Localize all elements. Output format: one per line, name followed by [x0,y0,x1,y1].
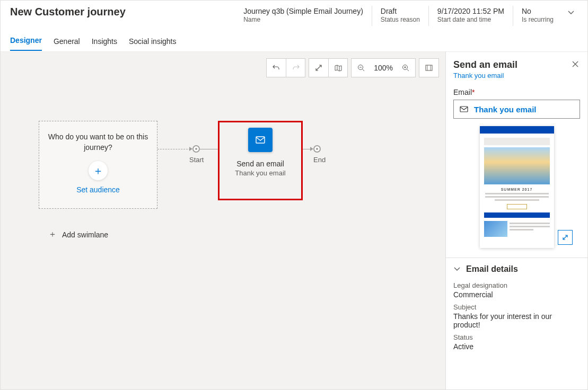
page-title: New Customer journey [10,6,235,18]
add-audience-button[interactable]: ＋ [89,161,108,180]
close-icon [572,60,579,68]
zoom-in-icon [401,64,410,72]
email-lookup-value: Thank you email [474,105,537,114]
minimap-button[interactable] [328,59,347,77]
detail-legal-designation: Legal designation Commercial [453,277,580,299]
email-field-label: Email* [453,88,580,96]
detail-subject: Subject Thanks for your interest in our … [453,299,580,329]
detail-label: Status [453,333,580,341]
expand-arrows-icon [314,64,323,72]
meta-name[interactable]: Journey q3b (Simple Email Journey) Name [235,6,372,26]
email-details-heading: Email details [466,264,518,274]
redo-button[interactable] [286,59,305,77]
header-expand-button[interactable] [564,6,578,20]
panel-email-link[interactable]: Thank you email [453,72,504,79]
zoom-out-icon [357,64,365,72]
end-node[interactable] [313,145,321,153]
undo-button[interactable] [267,59,286,77]
zoom-out-button[interactable] [352,59,371,77]
meta-label: Status reason [381,16,420,23]
detail-value: Active [453,342,580,351]
detail-value: Thanks for your interest in our product! [453,312,580,329]
meta-start-date[interactable]: 9/17/2020 11:52 PM Start date and time [428,6,513,26]
properties-panel: Send an email Thank you email Email* Tha… [445,51,587,389]
fullscreen-icon [425,64,433,72]
panel-title: Send an email [453,59,571,70]
meta-value: No [522,7,554,15]
email-preview-thumbnail[interactable]: SUMMER 2017 [480,126,554,248]
preview-expand-button[interactable] [558,230,573,245]
audience-placeholder[interactable]: Who do you want to be on this journey? ＋… [39,121,157,209]
meta-value: Draft [381,7,420,15]
panel-close-button[interactable] [571,59,580,69]
end-label: End [313,156,326,164]
tab-general[interactable]: General [54,37,80,51]
undo-icon [272,64,280,72]
svg-rect-2 [426,65,432,70]
zoom-in-button[interactable] [396,59,415,77]
mail-icon [254,134,266,146]
tile-subtitle: Thank you email [220,169,301,177]
meta-status-reason[interactable]: Draft Status reason [372,6,428,26]
email-details-toggle[interactable]: Email details [453,258,580,277]
plus-icon: ＋ [48,229,57,240]
meta-label: Start date and time [437,16,504,23]
zoom-level: 100% [371,64,396,72]
meta-value: 9/17/2020 11:52 PM [437,7,504,15]
expand-icon [561,234,569,241]
mail-icon [459,104,469,114]
tile-send-email[interactable]: Send an email Thank you email [218,121,303,200]
tab-insights[interactable]: Insights [92,37,117,51]
start-label: Start [189,156,204,164]
designer-canvas[interactable]: 100% Who do you want to be on this journ… [1,51,445,389]
svg-rect-4 [460,107,468,112]
detail-status: Status Active [453,329,580,351]
fit-button[interactable] [309,59,328,77]
tab-social-insights[interactable]: Social insights [129,37,177,51]
connector [157,149,190,149]
add-swimlane-button[interactable]: ＋ Add swimlane [48,229,108,240]
redo-icon [292,64,300,72]
set-audience-link[interactable]: Set audience [48,185,148,194]
audience-question: Who do you want to be on this journey? [48,132,148,153]
plus-icon: ＋ [93,164,103,178]
tab-bar: Designer General Insights Social insight… [1,29,587,51]
fullscreen-button[interactable] [419,59,438,77]
email-lookup-field[interactable]: Thank you email [453,100,580,119]
meta-recurring[interactable]: No Is recurring [513,6,562,26]
meta-label: Name [243,16,363,23]
preview-heading: SUMMER 2017 [480,188,554,191]
svg-rect-3 [256,137,265,143]
start-node[interactable] [192,145,200,153]
add-swimlane-label: Add swimlane [62,231,108,239]
meta-label: Is recurring [522,16,554,23]
chevron-down-icon [453,265,461,273]
email-tile-icon [248,128,273,152]
map-icon [334,64,343,72]
detail-value: Commercial [453,290,580,299]
canvas-toolbar: 100% [266,58,439,77]
detail-label: Subject [453,303,580,311]
detail-label: Legal designation [453,281,580,289]
tab-designer[interactable]: Designer [10,36,42,51]
header-meta: Journey q3b (Simple Email Journey) Name … [235,6,562,26]
tile-title: Send an email [220,159,301,168]
chevron-down-icon [567,9,575,16]
meta-value: Journey q3b (Simple Email Journey) [243,7,363,15]
